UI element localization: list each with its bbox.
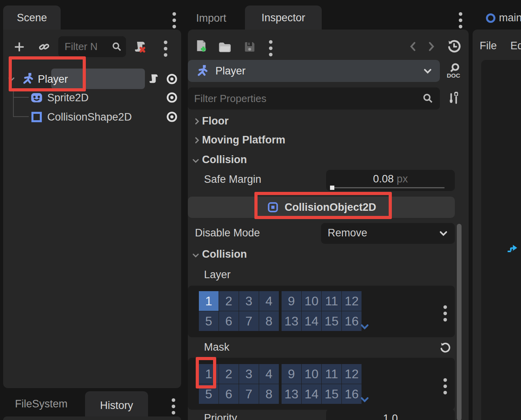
- layer-bit-6[interactable]: 6: [219, 311, 239, 331]
- layer-bit-3[interactable]: 3: [239, 291, 259, 311]
- layer-bit-15[interactable]: 15: [322, 311, 341, 331]
- inspector-dock-menu-button[interactable]: [459, 12, 462, 28]
- collapse-chevron-icon[interactable]: [7, 74, 16, 84]
- mask-bit-5[interactable]: 5: [199, 384, 219, 404]
- layer-bit-14[interactable]: 14: [302, 311, 321, 331]
- safe-margin-field[interactable]: 0.08 px: [326, 170, 455, 191]
- mask-bit-6[interactable]: 6: [219, 384, 239, 404]
- mask-bit-7[interactable]: 7: [239, 384, 259, 404]
- mask-label: Mask: [204, 341, 230, 353]
- collision-inner-chevron-icon[interactable]: [191, 251, 200, 260]
- safe-margin-slider-track[interactable]: [332, 187, 445, 188]
- mask-bit-2[interactable]: 2: [219, 364, 239, 384]
- open-docs-search-icon[interactable]: DOC: [446, 62, 462, 80]
- section-collision-chevron-icon[interactable]: [191, 156, 200, 165]
- instance-scene-link-icon[interactable]: [38, 41, 50, 53]
- tree-connector: [13, 97, 29, 98]
- safe-margin-slider-grabber[interactable]: [330, 186, 334, 190]
- layer-bit-12[interactable]: 12: [342, 291, 362, 311]
- add-node-button[interactable]: [13, 41, 25, 53]
- mask-bit-3[interactable]: 3: [239, 364, 259, 384]
- filter-properties-box: [188, 87, 440, 110]
- layer-bit-2[interactable]: 2: [219, 291, 239, 311]
- layer-grid-menu-button[interactable]: [443, 305, 447, 322]
- mask-grid-menu-button[interactable]: [443, 378, 447, 394]
- bottom-dock-menu-button[interactable]: [172, 398, 175, 414]
- detach-script-icon[interactable]: [133, 40, 147, 54]
- godot-editor: Scene Import Inspector main: [0, 0, 521, 420]
- layer-bit-1[interactable]: 1: [199, 291, 219, 311]
- mask-bit-11[interactable]: 11: [322, 364, 341, 384]
- disable-mode-dropdown[interactable]: Remove: [321, 223, 455, 244]
- layer-bit-7[interactable]: 7: [239, 311, 259, 331]
- property-tools-icon[interactable]: [447, 92, 460, 105]
- mask-bit-16[interactable]: 16: [342, 384, 362, 404]
- menu-file[interactable]: File: [480, 40, 497, 52]
- mask-bit-8[interactable]: 8: [259, 384, 279, 404]
- visibility-eye-icon[interactable]: [165, 72, 178, 85]
- scene-tree-menu-button[interactable]: [164, 41, 167, 57]
- chevron-down-icon: [423, 66, 433, 76]
- tree-node-collisionshape2d-label[interactable]: CollisionShape2D: [47, 111, 132, 123]
- safe-margin-label: Safe Margin: [204, 173, 261, 186]
- mask-bit-10[interactable]: 10: [302, 364, 321, 384]
- resource-menu-button[interactable]: [269, 40, 273, 56]
- layer-bit-10[interactable]: 10: [302, 291, 321, 311]
- section-moving-platform[interactable]: Moving Platform: [202, 134, 286, 146]
- script-editor-panel: File Edit: [473, 30, 521, 420]
- tab-script-main[interactable]: main: [499, 12, 521, 24]
- tab-inspector[interactable]: Inspector: [245, 6, 322, 30]
- tab-import[interactable]: Import: [196, 12, 226, 24]
- layer-expand-chevron-icon[interactable]: [360, 323, 369, 331]
- section-floor[interactable]: Floor: [202, 115, 229, 127]
- filter-properties-input[interactable]: [188, 87, 440, 110]
- category-collisionobject2d[interactable]: CollisionObject2D: [188, 197, 455, 218]
- node-selector-dropdown[interactable]: Player: [188, 60, 440, 82]
- tree-node-sprite2d-label[interactable]: Sprite2D: [47, 92, 89, 104]
- inspector-scrollbar[interactable]: [457, 224, 462, 420]
- mask-bit-9[interactable]: 9: [282, 364, 301, 384]
- mask-bit-1[interactable]: 1: [199, 364, 219, 384]
- mask-bit-4[interactable]: 4: [259, 364, 279, 384]
- mask-bit-13[interactable]: 13: [282, 384, 301, 404]
- tab-history[interactable]: History: [85, 391, 148, 420]
- tree-node-player-label[interactable]: Player: [38, 73, 68, 85]
- history-forward-icon[interactable]: [426, 41, 437, 52]
- load-resource-folder-button[interactable]: [218, 41, 232, 54]
- layer-bit-5[interactable]: 5: [199, 311, 219, 331]
- history-back-icon[interactable]: [408, 41, 418, 52]
- mask-bit-12[interactable]: 12: [342, 364, 362, 384]
- section-moving-platform-chevron-icon[interactable]: [193, 136, 201, 145]
- disable-mode-value: Remove: [328, 227, 367, 239]
- layer-label: Layer: [204, 269, 231, 281]
- code-area[interactable]: [481, 60, 521, 420]
- layer-bit-8[interactable]: 8: [259, 311, 279, 331]
- tab-scene[interactable]: Scene: [3, 6, 61, 30]
- mask-expand-chevron-icon[interactable]: [360, 396, 369, 404]
- category-label: CollisionObject2D: [285, 201, 376, 214]
- menu-edit[interactable]: Edit: [510, 40, 521, 52]
- layer-bit-11[interactable]: 11: [322, 291, 341, 311]
- layer-bit-13[interactable]: 13: [282, 311, 301, 331]
- collision-inner-section[interactable]: Collision: [202, 248, 247, 260]
- layer-bit-9[interactable]: 9: [282, 291, 301, 311]
- mask-grid: 1 2 3 4 9 10 11 12 5 6 7 8 13 14 15: [188, 358, 455, 410]
- priority-field[interactable]: 1.0: [326, 409, 455, 420]
- new-resource-button[interactable]: [195, 39, 208, 53]
- visibility-eye-icon[interactable]: [165, 91, 178, 104]
- tab-scene-label: Scene: [17, 12, 47, 24]
- layer-bit-16[interactable]: 16: [342, 311, 362, 331]
- script-attached-icon[interactable]: [148, 73, 160, 85]
- save-resource-button[interactable]: [243, 41, 256, 53]
- mask-bit-15[interactable]: 15: [322, 384, 341, 404]
- section-collision[interactable]: Collision: [202, 154, 247, 166]
- object-history-icon[interactable]: [447, 39, 461, 54]
- tab-filesystem[interactable]: FileSystem: [15, 398, 68, 410]
- mask-bit-14[interactable]: 14: [302, 384, 321, 404]
- layer-bit-4[interactable]: 4: [259, 291, 279, 311]
- safe-margin-suffix: px: [397, 173, 408, 185]
- section-floor-chevron-icon[interactable]: [193, 117, 201, 126]
- revert-property-icon[interactable]: [439, 342, 451, 354]
- scene-dock-menu-button[interactable]: [172, 12, 176, 28]
- visibility-eye-icon[interactable]: [165, 110, 178, 123]
